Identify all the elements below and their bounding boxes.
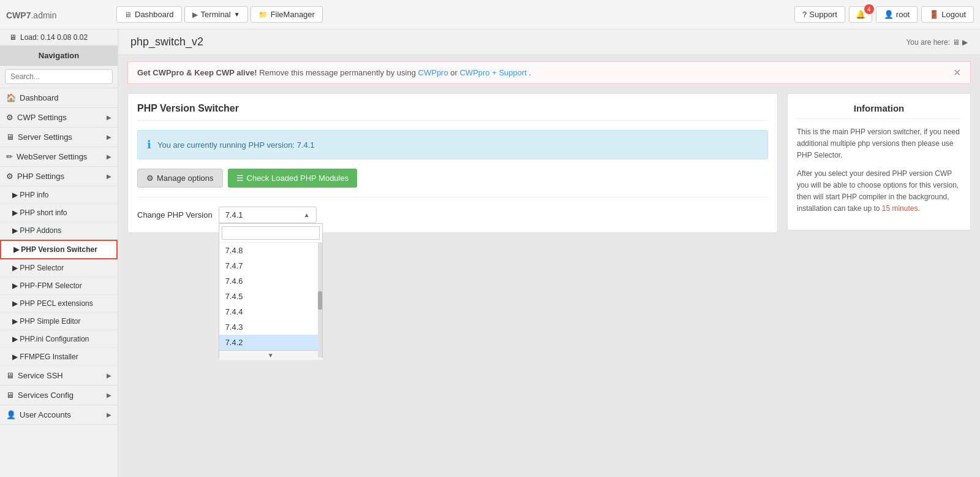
php-version-select-display[interactable]: 7.4.1 ▲: [219, 207, 317, 223]
sidebar-item-dashboard-label: Dashboard: [20, 93, 59, 102]
main-layout: 🖥 Load: 0.14 0.08 0.02 Navigation 🏠 Dash…: [0, 29, 980, 477]
list-icon: ☰: [236, 174, 244, 183]
info-para-2: After you select your desired PHP versio…: [797, 168, 961, 215]
breadcrumb-prefix: You are here:: [906, 38, 950, 47]
sidebar-sub-php-short-info[interactable]: ▶ PHP short info: [0, 204, 118, 222]
alert-or: or: [450, 68, 459, 77]
page-title: php_switch_v2: [130, 36, 203, 48]
user-button[interactable]: 👤 root: [876, 6, 918, 23]
sidebar-sub-ffmpeg[interactable]: ▶ FFMPEG Installer: [0, 348, 118, 366]
user-label: root: [896, 10, 910, 19]
sidebar-item-services-config-label: Services Config: [18, 391, 74, 400]
dropdown-item-7-4-5[interactable]: 7.4.5: [219, 289, 322, 304]
dropdown-list: 7.4.8 7.4.7 7.4.6 7.4.5: [219, 243, 322, 350]
search-input[interactable]: [5, 69, 113, 84]
alert-close-button[interactable]: ✕: [953, 67, 961, 78]
sidebar-sub-php-selector-label: PHP Selector: [20, 264, 64, 272]
sidebar-sub-phpini[interactable]: ▶ PHP.ini Configuration: [0, 330, 118, 348]
sidebar-item-webserver-label: WebServer Settings: [17, 152, 87, 161]
current-version-text: You are currently running PHP version: 7…: [157, 140, 315, 150]
sidebar-sub-php-simple-editor-label: PHP Simple Editor: [20, 317, 80, 326]
divider: [137, 197, 768, 197]
bell-badge: 4: [864, 4, 874, 14]
dropdown-down-arrow[interactable]: ▼: [219, 350, 322, 360]
services-config-arrow-icon: ▶: [107, 392, 111, 399]
sidebar-sub-php-switcher-label: PHP Version Switcher: [21, 245, 97, 254]
info-para-1: This is the main PHP version switcher, i…: [797, 126, 961, 162]
manage-options-button[interactable]: ⚙ Manage options: [137, 169, 223, 188]
main-panel: PHP Version Switcher ℹ You are currently…: [127, 93, 778, 242]
user-accounts-arrow-icon: ▶: [107, 411, 111, 418]
user-accounts-icon: 👤: [6, 410, 16, 419]
dropdown-item-label-6: 7.4.2: [225, 338, 243, 347]
info-para-2-suffix: .: [918, 204, 919, 213]
sidebar-item-services-config[interactable]: 🖥 Services Config ▶: [0, 386, 118, 405]
dropdown-item-7-4-6[interactable]: 7.4.6: [219, 273, 322, 289]
cwp-arrow-icon: ▶: [107, 114, 111, 121]
logout-label: Logout: [941, 10, 966, 19]
bell-count: 4: [867, 6, 871, 13]
topbar: CWP7.admin 🖥 Dashboard ▶ Terminal ▼ 📁 Fi…: [0, 0, 980, 29]
tab-dashboard[interactable]: 🖥 Dashboard: [116, 6, 182, 23]
sidebar-item-user-accounts-label: User Accounts: [20, 410, 71, 419]
dropdown-item-7-4-8[interactable]: 7.4.8: [219, 243, 322, 258]
logout-button[interactable]: 🚪 Logout: [921, 6, 974, 23]
dropdown-item-7-4-7[interactable]: 7.4.7: [219, 258, 322, 273]
tab-filemanager[interactable]: 📁 FileManager: [251, 6, 323, 23]
info-para-1-text: This is the main PHP version switcher, i…: [797, 128, 960, 159]
tab-filemanager-label: FileManager: [271, 10, 315, 19]
sidebar-sub-php-simple-editor[interactable]: ▶ PHP Simple Editor: [0, 313, 118, 330]
sidebar-sub-phpini-label: PHP.ini Configuration: [20, 335, 89, 343]
sidebar-sub-php-addons[interactable]: ▶ PHP Addons: [0, 222, 118, 240]
bell-button[interactable]: 🔔 4: [849, 6, 872, 23]
alert-support-link[interactable]: CWPpro + Support: [459, 68, 526, 77]
page-title-text: php_switch_v2: [130, 36, 203, 48]
sidebar-item-php-settings[interactable]: ⚙ PHP Settings ▶: [0, 167, 118, 186]
terminal-icon: ▶: [192, 10, 198, 19]
sidebar-sub-php-fpm-selector[interactable]: ▶ PHP-FPM Selector: [0, 277, 118, 295]
support-label: Support: [809, 10, 837, 19]
breadcrumb-icon: 🖥: [952, 38, 960, 47]
sidebar-item-dashboard[interactable]: 🏠 Dashboard: [0, 88, 118, 108]
sidebar-item-webserver-settings[interactable]: ✏ WebServer Settings ▶: [0, 147, 118, 167]
php-arrow-icon: ▶: [107, 173, 111, 180]
dropdown-item-7-4-4[interactable]: 7.4.4: [219, 304, 322, 319]
sidebar-item-dashboard-left: 🏠 Dashboard: [6, 93, 59, 102]
support-button[interactable]: ? Support: [794, 6, 845, 23]
dropdown-item-label-3: 7.4.5: [225, 292, 243, 301]
sidebar-sub-php-version-switcher[interactable]: ▶ PHP Version Switcher: [0, 240, 118, 259]
alert-middle: Remove this message permanently by using: [259, 68, 418, 77]
info-title-text: Information: [854, 103, 905, 113]
check-modules-button[interactable]: ☰ Check Loaded PHP Modules: [228, 169, 358, 188]
info-circle-icon: ℹ: [147, 138, 151, 151]
alert-suffix: .: [529, 68, 532, 77]
ffmpeg-arrow: ▶: [12, 353, 20, 361]
sidebar-item-cwp-settings[interactable]: ⚙ CWP Settings ▶: [0, 108, 118, 128]
sidebar-sub-php-pecl[interactable]: ▶ PHP PECL extensions: [0, 295, 118, 313]
info-para-2-prefix: After you select your desired PHP versio…: [797, 169, 959, 213]
dropdown-item-7-4-3[interactable]: 7.4.3: [219, 319, 322, 335]
card-title-text: PHP Version Switcher: [137, 103, 239, 113]
php-version-switcher-card: PHP Version Switcher ℹ You are currently…: [127, 93, 778, 233]
tab-terminal[interactable]: ▶ Terminal ▼: [184, 6, 248, 23]
dropdown-search-input[interactable]: [222, 226, 320, 240]
sidebar-sub-php-info[interactable]: ▶ PHP info: [0, 186, 118, 204]
information-card: Information This is the main PHP version…: [787, 93, 971, 231]
server-arrow-icon: ▶: [107, 134, 111, 140]
nav-title-text: Navigation: [39, 51, 79, 60]
webserver-arrow-icon: ▶: [107, 153, 111, 160]
sidebar-item-server-settings[interactable]: 🖥 Server Settings ▶: [0, 128, 118, 147]
action-buttons: ⚙ Manage options ☰ Check Loaded PHP Modu…: [137, 169, 768, 188]
alert-cwppro-link[interactable]: CWPpro: [418, 68, 448, 77]
sidebar-item-user-accounts[interactable]: 👤 User Accounts ▶: [0, 405, 118, 425]
load-info: 🖥 Load: 0.14 0.08 0.02: [9, 33, 88, 42]
select-caret-icon: ▲: [304, 212, 310, 218]
sidebar-item-service-ssh[interactable]: 🖥 Service SSH ▶: [0, 366, 118, 386]
sidebar-sub-php-selector[interactable]: ▶ PHP Selector: [0, 259, 118, 277]
dropdown-search-wrapper: [219, 224, 322, 243]
dropdown-item-label-4: 7.4.4: [225, 307, 243, 316]
bell-icon: 🔔: [856, 10, 865, 19]
selected-version-text: 7.4.1: [225, 210, 243, 219]
dropdown-item-label-1: 7.4.7: [225, 261, 243, 270]
dropdown-item-7-4-2[interactable]: 7.4.2: [219, 335, 322, 350]
